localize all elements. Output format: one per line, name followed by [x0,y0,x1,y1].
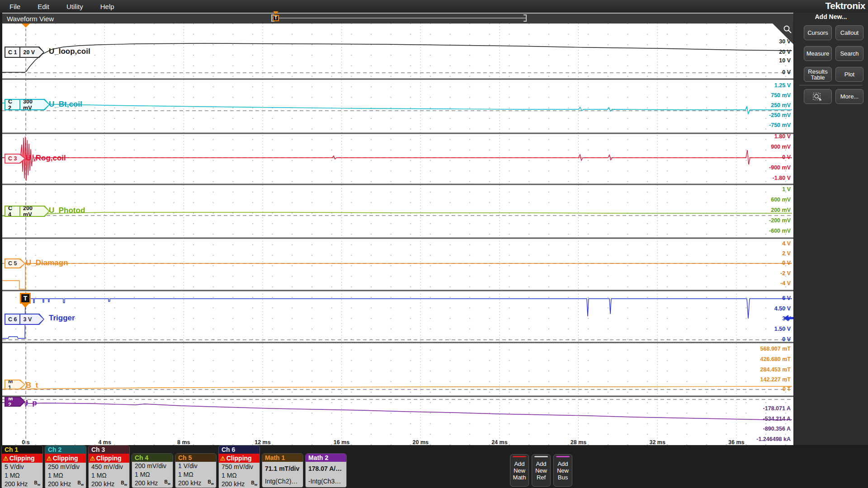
menu-item-utility[interactable]: Utility [64,2,86,11]
menu-item-help[interactable]: Help [98,2,117,11]
corner-zoom-button[interactable] [773,23,793,44]
trigger-level-arrow-icon[interactable] [783,315,793,322]
measure-button[interactable]: Measure [804,46,832,61]
channel-label-c1: U_loop,coil [49,47,90,56]
badge-color-stripe [513,456,526,457]
axis-label-c5: 0 V [782,260,791,266]
waveform-plot-area[interactable]: 30 V20 V10 V0 VU_loop,coilC 120 V1.25 V7… [2,23,793,445]
ch-2-badge[interactable]: Ch 2⚠Clipping250 mV/div1 MΩ200 kHzBw [45,445,86,488]
trigger-position-marker-icon[interactable] [22,23,30,28]
trace-c5 [2,263,792,289]
badge-header: Ch 2 [45,446,86,454]
ch-3-badge[interactable]: Ch 3⚠Clipping450 mV/div1 MΩ200 kHzBw [88,445,130,488]
waveform-view-title: Waveform View [2,15,54,23]
add-new-ref-button[interactable]: AddNewRef [532,454,551,487]
badge-color-stripe [556,456,570,457]
badge-row: 1 MΩ [45,471,86,480]
axis-label-c4: 600 mV [771,197,791,203]
warning-icon: ⚠ [47,455,52,462]
warning-icon: ⚠ [3,455,9,462]
channel-badge-scale: 20 V [20,47,41,57]
clipping-warning: ⚠Clipping [219,454,259,463]
ch-1-badge[interactable]: Ch 1⚠Clipping5 V/div1 MΩ200 kHzBw [1,445,43,488]
callout-button[interactable]: Callout [835,25,863,40]
bandwidth-icon: Bw [208,479,214,486]
math-expression: Intg(Ch2)… [262,474,303,487]
channel-badge-id: C 6 [5,314,20,324]
clipping-warning: ⚠Clipping [45,454,86,463]
clipping-label: Clipping [53,455,78,462]
axis-label-m2: -534.214 A [763,416,791,422]
badge-row: 200 kHzBw [132,479,173,488]
channel-badge-c6[interactable]: C 63 V [5,314,44,325]
math-1-badge[interactable]: Math 171.1 mT/divIntg(Ch2)… [262,453,303,488]
axis-label-c2: 1.25 V [774,82,791,89]
more-button[interactable]: More... [835,89,863,104]
channel-label-c3: U_Rog,coil [26,154,66,163]
axis-label-m1: 142.227 mT [760,376,791,383]
badge-row: 200 kHzBw [89,480,129,488]
channel-badge-body: C 4200 mV [5,206,49,216]
record-view-right-bracket [524,14,527,22]
math-2-badge[interactable]: Math 2178.07 A/…-Intg(Ch3… [305,453,347,488]
warning-icon: ⚠ [90,455,95,462]
menu-item-file[interactable]: File [7,2,23,11]
bandwidth-icon: Bw [165,479,170,486]
channel-badge-c2[interactable]: C 2300 mV [5,99,50,110]
channel-label-m2: I_p [26,399,37,408]
badge-row: 200 kHzBw [175,479,216,488]
badge-row: 5 V/div [2,463,42,471]
zoom-mode-button[interactable] [804,89,832,104]
clipping-warning: ⚠Clipping [89,454,129,463]
axis-label-c6: 4.50 V [774,305,791,312]
channel-label-c2: U_Bt,coil [49,100,82,109]
add-new-math-button[interactable]: AddNewMath [510,454,529,487]
axis-label-c3: -1.80 V [773,175,791,181]
results-table-button[interactable]: Results Table [804,67,832,82]
clipping-label: Clipping [96,455,122,462]
channel-badge-id: C 4 [5,206,20,216]
trigger-source-marker-icon[interactable]: T [20,293,31,304]
axis-label-c4: 200 mV [771,207,791,213]
badge-row: 200 mV/div [132,462,173,470]
ch-6-badge[interactable]: Ch 6⚠Clipping750 mV/div1 MΩ200 kHzBw [218,445,260,488]
channel-badge-id: C 3 [5,155,24,163]
axis-label-c3: 0 V [782,154,791,160]
menu-bar: FileEditUtilityHelp [0,0,868,13]
badge-header: Ch 4 [132,454,173,462]
time-axis-label: 32 ms [649,439,665,446]
horizontal-position-widget[interactable]: T [271,14,527,22]
time-axis-label: 16 ms [334,439,349,446]
trigger-position-pin-icon[interactable]: T [273,15,279,21]
badge-row: 200 kHzBw [45,480,86,488]
clipping-label: Clipping [9,455,35,462]
channel-badge-body: C 63 V [5,314,43,324]
time-axis-label: 20 ms [413,439,429,446]
bandwidth-icon: Bw [121,480,127,487]
badge-row: 1 MΩ [132,470,173,479]
axis-label-c2: -250 mV [769,112,791,118]
time-axis-label: 24 ms [491,439,507,446]
math-scale-value: 178.07 A/… [306,462,346,474]
search-button[interactable]: Search [835,46,863,61]
channel-badge-c4[interactable]: C 4200 mV [5,206,50,217]
clipping-label: Clipping [226,455,252,462]
plot-button[interactable]: Plot [835,67,863,82]
bandwidth-icon: Bw [34,480,40,487]
ch-5-badge[interactable]: Ch 51 V/div1 MΩ200 kHzBw [175,453,217,488]
axis-label-m1: 426.680 mT [760,356,791,362]
axis-label-c6: 0 V [782,336,791,343]
add-new-bus-button[interactable]: AddNewBus [553,454,572,487]
badge-row: 1 MΩ [89,471,129,480]
time-axis-label: 4 ms [98,439,111,446]
magnifier-icon [783,24,793,34]
axis-label-c1: 0 V [782,69,791,75]
axis-label-c3: -900 mV [769,164,791,171]
math-expression: -Intg(Ch3… [306,474,346,487]
panel-divider [799,85,863,85]
ch-4-badge[interactable]: Ch 4200 mV/div1 MΩ200 kHzBw [132,453,173,488]
bandwidth-icon: Bw [78,480,84,487]
cursors-button[interactable]: Cursors [804,25,832,40]
channel-badge-c1[interactable]: C 120 V [5,47,44,58]
menu-item-edit[interactable]: Edit [35,2,52,11]
